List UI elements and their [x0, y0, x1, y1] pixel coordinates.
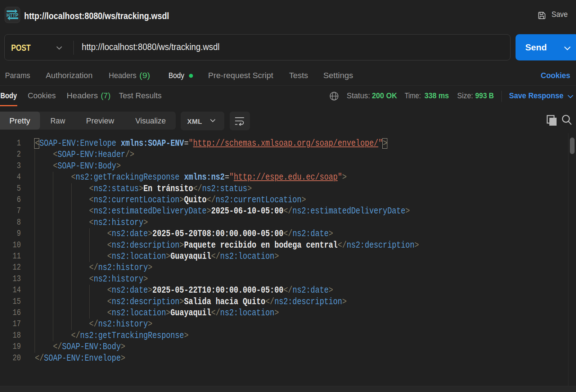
- svg-text:HTTP: HTTP: [6, 12, 18, 18]
